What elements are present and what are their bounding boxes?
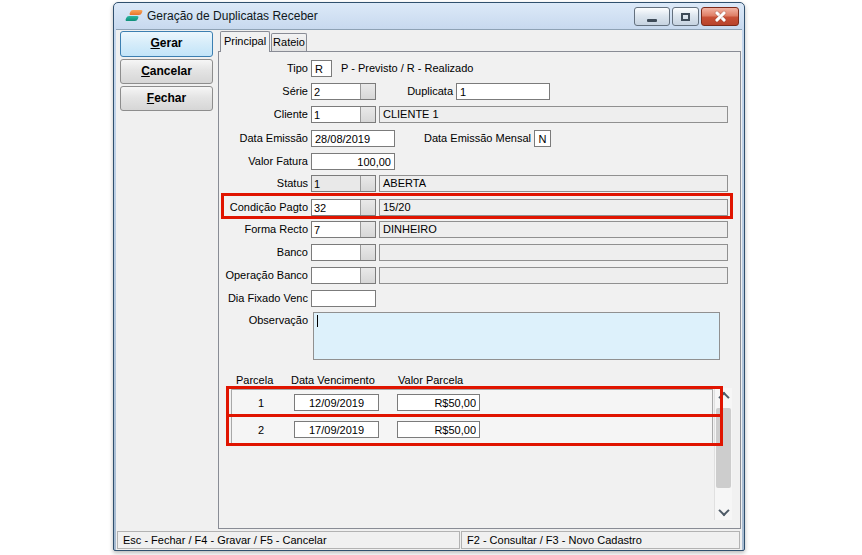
row-dia-fixado-venc: Dia Fixado Venc	[219, 290, 740, 307]
serie-label: Série	[219, 83, 308, 100]
close-button[interactable]	[701, 7, 739, 26]
tipo-hint: P - Previsto / R - Realizado	[341, 60, 473, 77]
minimize-button[interactable]	[634, 7, 670, 26]
parcela-number: 1	[246, 397, 276, 409]
status-desc-field: ABERTA	[379, 175, 728, 192]
parcela-number: 2	[246, 424, 276, 436]
forma-recto-lookup-button[interactable]	[360, 222, 375, 237]
text-caret	[317, 315, 318, 327]
operacao-banco-label: Operação Banco	[219, 267, 308, 284]
tab-panel-principal: Tipo P - Previsto / R - Realizado Série …	[218, 51, 741, 529]
app-logo-icon	[125, 9, 143, 23]
condicao-pagto-code-input[interactable]	[312, 200, 360, 215]
duplicata-label: Duplicata	[365, 83, 453, 100]
valor-fatura-input[interactable]	[311, 153, 395, 170]
scrollbar-thumb[interactable]	[716, 408, 731, 488]
dia-fixado-venc-label: Dia Fixado Venc	[219, 290, 308, 307]
row-valor-fatura: Valor Fatura	[219, 153, 740, 170]
operacao-banco-desc-field	[379, 267, 728, 284]
observacao-textarea[interactable]	[313, 312, 720, 360]
data-vencimento-header: Data Vencimento	[291, 374, 375, 386]
status-label: Status	[219, 175, 308, 192]
operacao-banco-combo	[311, 267, 376, 284]
cliente-combo	[311, 106, 376, 123]
statusbar-shortcuts-left: Esc - Fechar / F4 - Gravar / F5 - Cancel…	[117, 531, 460, 549]
parcela-row: 1	[231, 389, 713, 417]
row-condicao-pagto: Condição Pagto 15/20	[219, 199, 740, 216]
status-bar: Esc - Fechar / F4 - Gravar / F5 - Cancel…	[116, 530, 741, 550]
status-code-input[interactable]	[312, 176, 360, 191]
cliente-code-input[interactable]	[312, 107, 360, 122]
scroll-up-button[interactable]	[715, 388, 732, 404]
operacao-banco-lookup-button[interactable]	[360, 268, 375, 283]
titlebar[interactable]: Geração de Duplicatas Receber	[116, 3, 742, 29]
status-combo	[311, 175, 376, 192]
status-lookup-button[interactable]	[360, 176, 375, 191]
window-client-area: Gerar Cancelar Fechar Principal Rateio T…	[116, 29, 742, 550]
row-serie: Série Duplicata	[219, 83, 740, 100]
valor-parcela-header: Valor Parcela	[398, 374, 463, 386]
banco-code-input[interactable]	[312, 245, 360, 260]
condicao-pagto-lookup-button[interactable]	[360, 200, 375, 215]
banco-desc-field	[379, 244, 728, 261]
data-emissao-label: Data Emissão	[219, 130, 308, 147]
chevron-down-icon	[718, 505, 729, 516]
valor-parcela-input-1[interactable]	[397, 394, 480, 411]
row-forma-recto: Forma Recto DINHEIRO	[219, 221, 740, 238]
statusbar-shortcuts-right: F2 - Consultar / F3 - Novo Cadastro	[461, 531, 740, 549]
condicao-pagto-desc-field: 15/20	[379, 199, 728, 216]
operacao-banco-code-input[interactable]	[312, 268, 360, 283]
maximize-button[interactable]	[672, 7, 699, 26]
parcela-header: Parcela	[236, 374, 273, 386]
row-cliente: Cliente CLIENTE 1	[219, 106, 740, 123]
banco-lookup-button[interactable]	[360, 245, 375, 260]
data-vencimento-input-2[interactable]	[294, 421, 379, 438]
data-emissao-mensal-input[interactable]	[534, 130, 551, 147]
cliente-lookup-button[interactable]	[360, 107, 375, 122]
tipo-input[interactable]	[311, 60, 332, 77]
banco-label: Banco	[219, 244, 308, 261]
tipo-label: Tipo	[219, 60, 308, 77]
row-tipo: Tipo P - Previsto / R - Realizado	[219, 60, 740, 77]
serie-input[interactable]	[312, 84, 360, 99]
tab-rateio[interactable]: Rateio	[271, 33, 307, 52]
data-vencimento-input-1[interactable]	[294, 394, 379, 411]
row-status: Status ABERTA	[219, 175, 740, 192]
app-window: Geração de Duplicatas Receber Gerar Canc…	[113, 2, 745, 551]
cliente-label: Cliente	[219, 106, 308, 123]
fechar-button[interactable]: Fechar	[120, 86, 213, 111]
scroll-down-button[interactable]	[715, 504, 732, 520]
minimize-icon	[647, 19, 657, 22]
forma-recto-combo	[311, 221, 376, 238]
gerar-button[interactable]: Gerar	[120, 31, 213, 57]
data-emissao-input[interactable]	[311, 130, 395, 147]
condicao-pagto-label: Condição Pagto	[219, 199, 308, 216]
window-title: Geração de Duplicatas Receber	[147, 9, 318, 23]
row-banco: Banco	[219, 244, 740, 261]
parcela-row: 2	[231, 416, 713, 444]
forma-recto-code-input[interactable]	[312, 222, 360, 237]
observacao-label: Observação	[219, 312, 308, 329]
row-data-emissao: Data Emissão Data Emissão Mensal	[219, 130, 740, 147]
data-emissao-mensal-label: Data Emissão Mensal	[395, 130, 531, 147]
tab-principal[interactable]: Principal	[220, 31, 270, 52]
duplicata-input[interactable]	[456, 83, 550, 100]
dia-fixado-venc-input[interactable]	[311, 290, 376, 307]
valor-fatura-label: Valor Fatura	[219, 153, 308, 170]
forma-recto-desc-field: DINHEIRO	[379, 221, 728, 238]
cliente-desc-field: CLIENTE 1	[379, 106, 728, 123]
row-observacao: Observação	[219, 312, 740, 360]
condicao-pagto-combo	[311, 199, 376, 216]
cancelar-button[interactable]: Cancelar	[120, 59, 213, 84]
banco-combo	[311, 244, 376, 261]
window-controls	[634, 7, 739, 26]
row-operacao-banco: Operação Banco	[219, 267, 740, 284]
chevron-up-icon	[718, 392, 729, 403]
vertical-scrollbar[interactable]	[714, 388, 732, 520]
close-icon	[714, 10, 727, 23]
valor-parcela-input-2[interactable]	[397, 421, 480, 438]
forma-recto-label: Forma Recto	[219, 221, 308, 238]
maximize-icon	[681, 13, 690, 21]
